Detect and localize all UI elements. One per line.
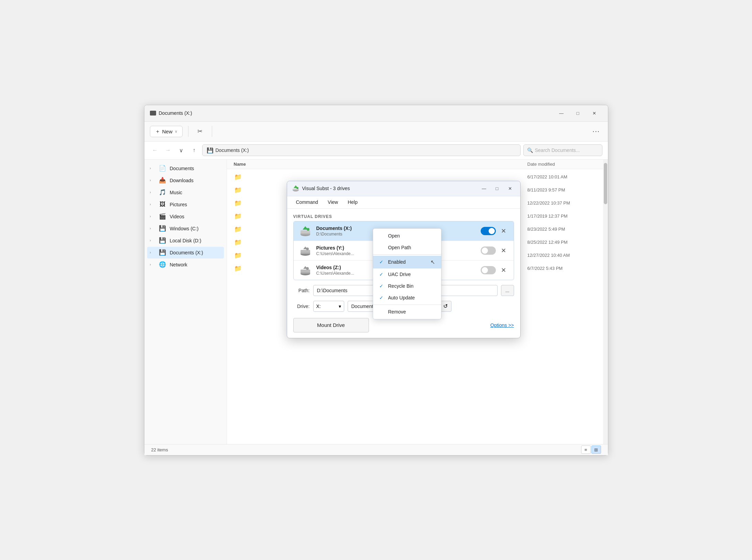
file-icon: 📁	[234, 225, 242, 233]
dialog-maximize-button[interactable]: □	[492, 184, 502, 193]
file-icon: 📁	[234, 173, 242, 181]
drive-x-remove[interactable]: ✕	[499, 227, 508, 235]
ctx-remove[interactable]: Remove	[373, 306, 441, 318]
cut-button[interactable]: ✂	[194, 125, 206, 138]
drive-x-icon	[299, 225, 312, 237]
back-button[interactable]: ←	[150, 145, 160, 155]
vertical-scrollbar[interactable]	[603, 160, 608, 444]
check-icon: ✓	[379, 295, 385, 300]
dialog-minimize-button[interactable]: —	[479, 184, 489, 193]
drive-y-icon	[299, 244, 312, 257]
list-view-button[interactable]: ≡	[581, 446, 591, 454]
new-button[interactable]: ＋ New ∨	[150, 126, 183, 137]
separator	[373, 254, 441, 255]
menu-command[interactable]: Command	[292, 198, 323, 206]
sidebar-item-windows-c[interactable]: › 💾 Windows (C:)	[147, 223, 224, 234]
sidebar-item-label: Music	[170, 190, 218, 195]
music-icon: 🎵	[159, 189, 166, 196]
window-title: Documents (X:)	[159, 110, 192, 116]
sidebar-item-videos[interactable]: › 🎬 Videos	[147, 211, 224, 222]
file-icon: 📁	[234, 238, 242, 246]
up-button[interactable]: ↑	[189, 145, 199, 155]
documents-icon: 📄	[159, 165, 166, 172]
mount-drive-button[interactable]: Mount Drive	[293, 318, 369, 332]
item-count: 22 items	[151, 447, 168, 452]
drive-z-icon	[299, 264, 312, 276]
drives-list: Documents (X:) D:\Documents ✕	[293, 221, 514, 280]
dialog-body: VIRTUAL DRIVES	[287, 209, 520, 338]
dialog-close-button[interactable]: ✕	[505, 184, 515, 193]
sidebar-item-label: Documents (X:)	[170, 250, 218, 255]
sidebar-item-downloads[interactable]: › 📥 Downloads	[147, 175, 224, 186]
file-date: 12/22/2022 10:37 PM	[527, 200, 596, 206]
sidebar-item-documents[interactable]: › 📄 Documents	[147, 163, 224, 174]
dialog-app-icon	[292, 185, 299, 192]
visual-subst-dialog: Visual Subst - 3 drives — □ ✕ Command Vi…	[287, 181, 521, 338]
menu-view[interactable]: View	[324, 198, 342, 206]
refresh-button[interactable]: ↺	[440, 301, 451, 312]
sidebar-item-local-disk-d[interactable]: › 💾 Local Disk (D:)	[147, 235, 224, 246]
ctx-uac-drive[interactable]: ✓ UAC Drive	[373, 268, 441, 280]
search-bar[interactable]: 🔍 Search Documents...	[523, 144, 602, 156]
drive-x-icon: 💾	[159, 249, 166, 256]
sidebar-item-label: Videos	[170, 214, 218, 219]
col-name: Name	[234, 162, 527, 167]
more-options-button[interactable]: ···	[590, 125, 602, 138]
arrow-icon: ›	[150, 166, 155, 170]
check-icon: ✓	[379, 272, 385, 277]
forward-button[interactable]: →	[163, 145, 173, 155]
menu-help[interactable]: Help	[344, 198, 362, 206]
drive-y-toggle[interactable]	[481, 246, 496, 255]
minimize-button[interactable]: —	[554, 108, 569, 119]
title-bar-left: Documents (X:)	[150, 110, 192, 116]
maximize-button[interactable]: □	[570, 108, 586, 119]
sidebar-item-label: Network	[170, 262, 218, 267]
sidebar-item-label: Windows (C:)	[170, 226, 218, 231]
ctx-remove-label: Remove	[388, 309, 406, 315]
col-date: Date modified	[527, 162, 596, 167]
network-icon: 🌐	[159, 261, 166, 268]
drive-select[interactable]: X: ▾	[313, 301, 344, 312]
sidebar-item-documents-x[interactable]: › 💾 Documents (X:)	[147, 247, 224, 259]
dropdown-button[interactable]: ∨	[176, 145, 186, 155]
dialog-menu-bar: Command View Help	[287, 196, 520, 209]
address-text: Documents (X:)	[216, 147, 249, 153]
options-link[interactable]: Options >>	[490, 322, 514, 328]
grid-view-button[interactable]: ⊞	[591, 446, 601, 454]
address-bar[interactable]: 💾 Documents (X:)	[202, 144, 521, 156]
drive-z-controls: ✕	[481, 266, 508, 275]
drive-z-remove[interactable]: ✕	[499, 266, 508, 275]
ctx-open-path[interactable]: Open Path	[373, 242, 441, 253]
drive-x-toggle[interactable]	[481, 227, 496, 235]
virtual-drives-section: VIRTUAL DRIVES	[293, 214, 514, 280]
ctx-auto-update[interactable]: ✓ Auto Update	[373, 292, 441, 304]
scrollbar-thumb[interactable]	[604, 163, 607, 204]
close-button[interactable]: ✕	[587, 108, 602, 119]
drive-z-toggle[interactable]	[481, 266, 496, 274]
ctx-recycle-label: Recycle Bin	[388, 283, 414, 289]
svg-point-13	[306, 248, 309, 250]
ctx-recycle-bin[interactable]: ✓ Recycle Bin	[373, 280, 441, 292]
sidebar-item-network[interactable]: › 🌐 Network	[147, 259, 224, 271]
sidebar-item-pictures[interactable]: › 🖼 Pictures	[147, 199, 224, 210]
downloads-icon: 📥	[159, 177, 166, 184]
arrow-icon: ›	[150, 215, 155, 218]
search-placeholder: Search Documents...	[535, 147, 580, 153]
sidebar-item-music[interactable]: › 🎵 Music	[147, 187, 224, 198]
arrow-icon: ›	[150, 263, 155, 266]
drive-c-icon: 💾	[159, 225, 166, 232]
ctx-enabled[interactable]: ✓ Enabled ↖	[373, 256, 441, 268]
sidebar-item-label: Pictures	[170, 202, 218, 207]
ctx-open[interactable]: Open	[373, 230, 441, 242]
visual-subst-icon	[292, 185, 299, 192]
path-browse-button[interactable]: ...	[501, 285, 514, 296]
drive-item-x[interactable]: Documents (X:) D:\Documents ✕	[294, 221, 514, 241]
cursor-icon: ↖	[431, 259, 435, 265]
sidebar-item-label: Documents	[170, 166, 218, 171]
drive-y-remove[interactable]: ✕	[499, 246, 508, 255]
drive-x-controls: ✕	[481, 227, 508, 235]
file-date: 8/23/2022 5:49 PM	[527, 227, 596, 232]
toolbar-separator	[188, 126, 188, 137]
check-icon: ✓	[379, 283, 385, 289]
sidebar: › 📄 Documents › 📥 Downloads › 🎵 Music › …	[144, 160, 227, 444]
